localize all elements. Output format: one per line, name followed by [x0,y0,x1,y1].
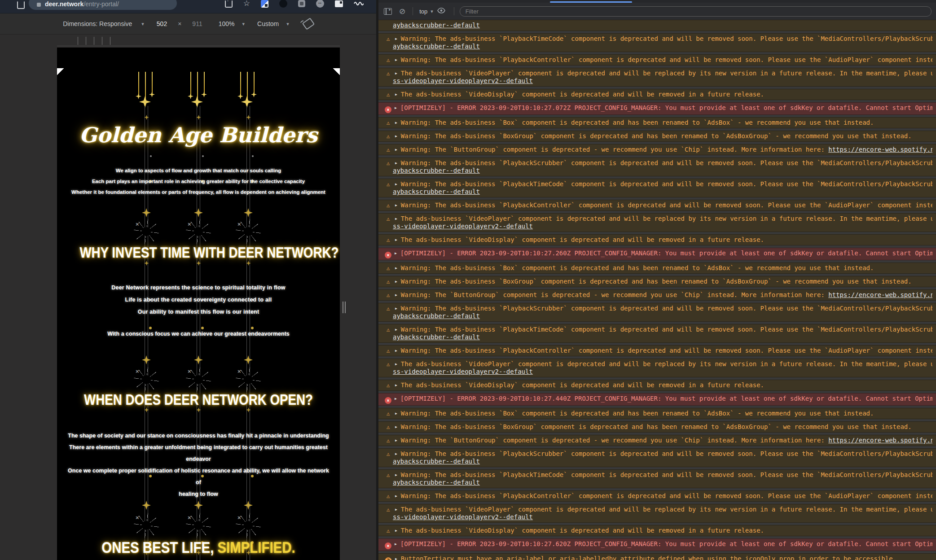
console-row[interactable]: ⚠▶Warning: The ads-business `BoxGroup` c… [378,131,936,142]
console-source-link[interactable]: aybackscrubber--default [393,167,480,174]
share-icon[interactable] [225,0,233,8]
expand-caret-icon[interactable]: ▶ [395,182,397,186]
console-row[interactable]: ⚠▶Warning: The ads-business `PlaybackScr… [378,303,936,322]
console-row[interactable]: ⚠▶The ads-business `VideoPlayer` compone… [378,504,936,523]
bookmark-star-icon[interactable]: ☆ [243,0,250,7]
expand-caret-icon[interactable]: ▶ [395,92,397,96]
expand-caret-icon[interactable]: ▶ [395,397,397,401]
console-row[interactable]: ⚠▶Warning: The ads-business `BoxGroup` c… [378,276,936,287]
console-row[interactable]: ⚠▶Warning: The ads-business `PlaybackTim… [378,469,936,488]
expand-caret-icon[interactable]: ▶ [395,251,397,255]
console-source-link[interactable]: aybackscrubber--default [393,22,480,29]
tab-icon[interactable] [17,1,25,9]
console-row[interactable]: ⚠▶Warning: The `ButtonGroup` component i… [378,289,936,301]
expand-caret-icon[interactable]: ▶ [395,293,397,297]
console-message-link[interactable]: https://encore-web.spotify.net/? [828,146,932,153]
expand-caret-icon[interactable]: ▶ [395,106,397,110]
expand-caret-icon[interactable]: ▶ [395,71,397,75]
console-row[interactable]: ×▶[OPTIMIZELY] - ERROR 2023-09-20T10:10:… [378,248,936,260]
viewport-width-field[interactable]: 502 [157,20,167,27]
console-row[interactable]: ⚠▶Warning: The ads-business `PlaybackCon… [378,345,936,356]
console-row[interactable]: ⚠▶Warning: The ads-business `PlaybackTim… [378,179,936,197]
expand-caret-icon[interactable]: ▶ [395,438,397,442]
address-bar[interactable]: deer.network/entry-portal/ [29,0,177,10]
console-row[interactable]: ×▶[OPTIMIZELY] - ERROR 2023-09-20T10:10:… [378,393,936,406]
console-row[interactable]: aybackscrubber--default [378,20,936,31]
console-source-link[interactable]: aybackscrubber--default [393,188,480,195]
console-source-link[interactable]: ss-videoplayer-videoplayerv2--default [393,513,533,521]
menu-squiggle-icon[interactable] [354,1,364,6]
console-row[interactable]: 2▶ButtonTertiary must have an aria-label… [378,553,936,560]
console-row[interactable]: ⚠▶Warning: The ads-business `PlaybackScr… [378,448,936,467]
expand-caret-icon[interactable]: ▶ [395,349,397,353]
console-source-link[interactable]: aybackscrubber--default [393,479,480,486]
console-filter-input[interactable] [460,6,932,17]
console-row[interactable]: ×▶[OPTIMIZELY] - ERROR 2023-09-20T10:10:… [378,538,936,551]
expand-caret-icon[interactable]: ▶ [395,161,397,165]
extension-photo-icon[interactable] [335,0,343,7]
console-row[interactable]: ⚠▶Warning: The ads-business `PlaybackCon… [378,490,936,502]
expand-caret-icon[interactable]: ▶ [395,134,397,138]
console-row[interactable]: ⚠▶Warning: The `ButtonGroup` component i… [378,144,936,155]
expand-caret-icon[interactable]: ▶ [395,383,397,387]
console-row[interactable]: ×▶[OPTIMIZELY] - ERROR 2023-09-20T10:10:… [378,102,936,115]
viewport-resize-handle[interactable] [343,302,347,313]
expand-caret-icon[interactable]: ▶ [395,238,397,242]
expand-caret-icon[interactable]: ▶ [395,452,397,456]
console-message-link[interactable]: https://encore-web.spotify.net/? [828,437,932,444]
console-source-link[interactable]: aybackscrubber--default [393,458,480,465]
console-row[interactable]: ⚠▶Warning: The ads-business `PlaybackTim… [378,324,936,343]
dimensions-select[interactable]: Dimensions: Responsive [63,20,132,27]
console-row[interactable]: ⚠▶Warning: The `ButtonGroup` component i… [378,435,936,446]
console-row[interactable]: ⚠▶Warning: The ads-business `Box` compon… [378,117,936,128]
console-row[interactable]: ⚠▶The ads-business `VideoPlayer` compone… [378,213,936,232]
zoom-select[interactable]: 100% [219,20,235,27]
console-row[interactable]: ⚠▶The ads-business `VideoPlayer` compone… [378,359,936,377]
console-sidebar-icon[interactable] [384,8,392,15]
console-row[interactable]: ⚠▶Warning: The ads-business `PlaybackCon… [378,200,936,211]
expand-caret-icon[interactable]: ▶ [395,557,397,560]
console-source-link[interactable]: aybackscrubber--default [393,333,480,341]
console-source-link[interactable]: aybackscrubber--default [393,312,480,319]
extension-gray-square-icon[interactable] [298,0,305,7]
expand-caret-icon[interactable]: ▶ [395,411,397,416]
console-source-link[interactable]: ss-videoplayer-videoplayerv2--default [393,368,533,375]
extension-dark-circle-icon[interactable] [279,0,287,8]
console-row[interactable]: ⚠▶The ads-business `VideoDisplay` compon… [378,525,936,536]
expand-caret-icon[interactable]: ▶ [395,58,397,62]
console-row[interactable]: ⚠▶The ads-business `VideoDisplay` compon… [378,380,936,391]
expand-caret-icon[interactable]: ▶ [395,306,397,311]
console-message-link[interactable]: https://encore-web.spotify.net/? [828,291,932,298]
expand-caret-icon[interactable]: ▶ [395,542,397,546]
expand-caret-icon[interactable]: ▶ [395,121,397,125]
expand-caret-icon[interactable]: ▶ [395,425,397,429]
expand-caret-icon[interactable]: ▶ [395,362,397,366]
expand-caret-icon[interactable]: ▶ [395,148,397,152]
console-row[interactable]: ⚠▶Warning: The ads-business `Box` compon… [378,408,936,419]
expand-caret-icon[interactable]: ▶ [395,280,397,284]
expand-caret-icon[interactable]: ▶ [395,328,397,332]
throttle-select[interactable]: Custom [257,20,279,27]
console-row[interactable]: ⚠▶Warning: The ads-business `Box` compon… [378,262,936,274]
console-row[interactable]: ⚠▶The ads-business `VideoPlayer` compone… [378,68,936,87]
live-expression-eye-icon[interactable] [437,7,446,15]
console-row[interactable]: ⚠▶Warning: The ads-business `PlaybackScr… [378,158,936,176]
expand-caret-icon[interactable]: ▶ [395,508,397,512]
viewport-height-field[interactable]: 911 [192,20,202,27]
expand-caret-icon[interactable]: ▶ [395,217,397,221]
console-row[interactable]: ⚠▶The ads-business `VideoDisplay` compon… [378,234,936,245]
expand-caret-icon[interactable]: ▶ [395,494,397,498]
console-source-link[interactable]: ss-videoplayer-videoplayerv2--default [393,223,533,230]
console-row[interactable]: ⚠▶The ads-business `VideoDisplay` compon… [378,89,936,100]
expand-caret-icon[interactable]: ▶ [395,473,397,477]
expand-caret-icon[interactable]: ▶ [395,37,397,41]
console-row[interactable]: ⚠▶Warning: The ads-business `PlaybackCon… [378,54,936,66]
rotate-viewport-icon[interactable] [302,18,315,30]
console-source-link[interactable]: aybackscrubber--default [393,43,480,50]
expand-caret-icon[interactable]: ▶ [395,266,397,270]
console-source-link[interactable]: ss-videoplayer-videoplayerv2--default [393,77,533,84]
expand-caret-icon[interactable]: ▶ [395,203,397,207]
console-row[interactable]: ⚠▶Warning: The ads-business `PlaybackTim… [378,33,936,52]
execution-context-select[interactable]: top [419,8,427,15]
console-row[interactable]: ⚠▶Warning: The ads-business `BoxGroup` c… [378,421,936,433]
